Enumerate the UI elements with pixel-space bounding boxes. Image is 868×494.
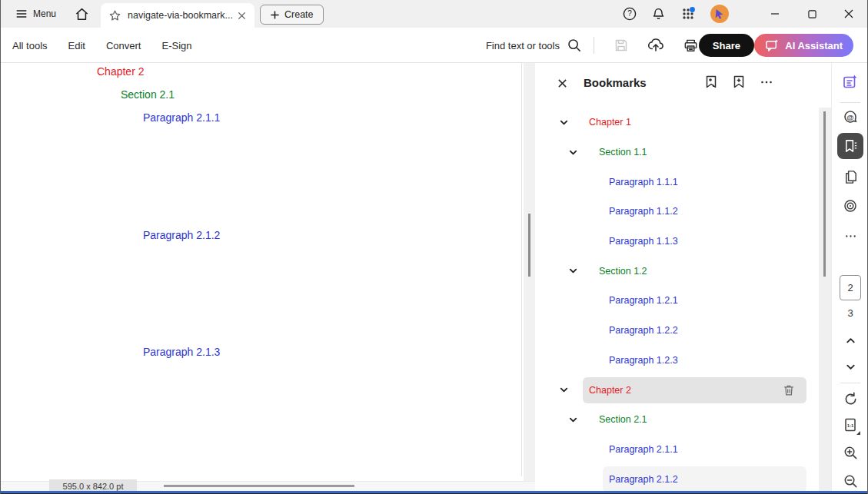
bookmark-item-section-1-1[interactable]: Section 1.1 bbox=[535, 138, 831, 167]
current-page-indicator[interactable]: 2 bbox=[840, 275, 861, 300]
chevron-down-icon[interactable] bbox=[557, 116, 570, 128]
horizontal-scrollbar-thumb[interactable] bbox=[164, 485, 354, 487]
menu-label: Menu bbox=[33, 8, 56, 19]
title-bar: Menu navigate-via-bookmark... Create ? bbox=[1, 0, 867, 28]
bookmarks-panel: Bookmarks Chapter 1 Section 1.1 bbox=[535, 63, 831, 494]
trash-icon[interactable] bbox=[782, 383, 796, 397]
cloud-upload-icon bbox=[647, 37, 664, 54]
bookmark-item-paragraph-1-2-1[interactable]: Paragraph 1.2.1 bbox=[535, 286, 831, 316]
document-area: Chapter 2 Section 2.1 Paragraph 2.1.1 Pa… bbox=[1, 63, 535, 494]
ai-assistant-button[interactable]: AI Assistant bbox=[754, 34, 853, 57]
bookmark-item-paragraph-2-1-2[interactable]: Paragraph 2.1.2 bbox=[535, 464, 831, 494]
help-button[interactable]: ? bbox=[622, 6, 637, 22]
zoom-out-button[interactable] bbox=[837, 468, 863, 494]
bookmark-item-paragraph-2-1-1[interactable]: Paragraph 2.1.1 bbox=[535, 435, 831, 465]
previous-page-button[interactable] bbox=[837, 330, 863, 350]
maximize-icon bbox=[808, 10, 816, 18]
pdf-page[interactable]: Chapter 2 Section 2.1 Paragraph 2.1.1 Pa… bbox=[47, 63, 522, 476]
zoom-in-icon bbox=[843, 445, 859, 461]
svg-text:?: ? bbox=[627, 9, 632, 18]
bookmark-item-paragraph-1-2-2[interactable]: Paragraph 1.2.2 bbox=[535, 316, 831, 346]
find-text-button[interactable]: Find text or tools bbox=[486, 28, 582, 63]
home-button[interactable] bbox=[64, 0, 100, 28]
ellipsis-icon bbox=[844, 230, 857, 243]
bookmarks-tool-button[interactable] bbox=[837, 133, 863, 159]
panel-title: Bookmarks bbox=[584, 76, 647, 89]
apps-grid-icon bbox=[680, 5, 697, 22]
hamburger-icon bbox=[15, 7, 28, 21]
notifications-button[interactable] bbox=[651, 7, 666, 22]
rotate-page-button[interactable] bbox=[837, 386, 863, 412]
printer-icon bbox=[683, 38, 699, 54]
chevron-down-icon[interactable] bbox=[567, 265, 579, 277]
save-icon bbox=[614, 38, 629, 53]
home-icon bbox=[75, 7, 89, 22]
menu-convert[interactable]: Convert bbox=[106, 40, 141, 51]
acrobat-window: Menu navigate-via-bookmark... Create ? bbox=[0, 0, 868, 494]
expand-current-bookmark-button[interactable] bbox=[703, 74, 720, 91]
bookmark-item-section-1-2[interactable]: Section 1.2 bbox=[535, 256, 831, 286]
add-bookmark-button[interactable] bbox=[730, 74, 747, 91]
document-vertical-scrollbar[interactable] bbox=[524, 63, 535, 482]
close-icon bbox=[557, 78, 567, 88]
vertical-scrollbar-thumb[interactable] bbox=[528, 214, 530, 277]
doc-paragraph-2-1-3: Paragraph 2.1.3 bbox=[143, 346, 220, 358]
doc-paragraph-2-1-2: Paragraph 2.1.2 bbox=[143, 229, 220, 241]
document-tab[interactable]: navigate-via-bookmark... bbox=[101, 3, 254, 28]
bookmark-options-button[interactable] bbox=[758, 74, 775, 91]
bookmark-list-icon bbox=[843, 138, 859, 154]
upload-cloud-button[interactable] bbox=[647, 37, 664, 54]
destinations-tool-button[interactable] bbox=[837, 193, 863, 219]
star-icon bbox=[108, 9, 121, 22]
chevron-down-icon[interactable] bbox=[567, 146, 579, 158]
profile-avatar[interactable] bbox=[710, 5, 729, 23]
bookmark-item-paragraph-1-1-3[interactable]: Paragraph 1.1.3 bbox=[535, 227, 831, 257]
bookmark-item-section-2-1[interactable]: Section 2.1 bbox=[535, 405, 831, 435]
next-page-number[interactable]: 3 bbox=[832, 307, 868, 319]
ai-summary-tool-button[interactable] bbox=[837, 69, 863, 95]
pages-copy-icon bbox=[843, 169, 859, 185]
svg-text:@: @ bbox=[846, 113, 853, 121]
print-button[interactable] bbox=[683, 38, 699, 54]
app-launcher-button[interactable] bbox=[680, 5, 697, 22]
plus-icon bbox=[270, 10, 280, 20]
tab-close-button[interactable] bbox=[234, 8, 248, 22]
bookmarks-scrollbar-thumb[interactable] bbox=[823, 111, 826, 277]
create-button[interactable]: Create bbox=[260, 5, 324, 25]
bookmark-item-chapter-2[interactable]: Chapter 2 bbox=[535, 375, 831, 405]
close-panel-button[interactable] bbox=[555, 76, 569, 90]
close-window-button[interactable] bbox=[830, 0, 867, 28]
bookmarks-scrollbar[interactable] bbox=[819, 108, 831, 494]
menu-esign[interactable]: E-Sign bbox=[161, 40, 191, 51]
maximize-button[interactable] bbox=[793, 0, 830, 28]
comments-tool-button[interactable]: @ bbox=[837, 104, 863, 130]
bookmark-item-paragraph-1-1-2[interactable]: Paragraph 1.1.2 bbox=[535, 197, 831, 227]
chevron-down-icon[interactable] bbox=[557, 384, 570, 396]
bookmark-item-paragraph-1-1-1[interactable]: Paragraph 1.1.1 bbox=[535, 167, 831, 197]
actual-size-icon: 1:1 bbox=[843, 417, 858, 433]
next-page-button[interactable] bbox=[837, 356, 863, 376]
bookmarks-panel-header: Bookmarks bbox=[535, 63, 831, 103]
close-icon bbox=[238, 12, 246, 20]
close-icon bbox=[844, 9, 853, 18]
chevron-down-icon[interactable] bbox=[567, 413, 579, 426]
ellipsis-icon bbox=[760, 75, 773, 89]
bookmark-add-icon bbox=[731, 75, 747, 90]
share-label: Share bbox=[713, 40, 740, 51]
menu-edit[interactable]: Edit bbox=[68, 40, 85, 51]
bookmark-item-paragraph-1-2-3[interactable]: Paragraph 1.2.3 bbox=[535, 346, 831, 376]
minimize-button[interactable] bbox=[757, 0, 793, 28]
help-icon: ? bbox=[622, 6, 637, 22]
zoom-in-button[interactable] bbox=[837, 439, 863, 466]
actual-size-button[interactable]: 1:1 bbox=[837, 412, 863, 438]
menu-button[interactable]: Menu bbox=[1, 0, 64, 28]
menu-all-tools[interactable]: All tools bbox=[12, 40, 48, 51]
more-panels-button[interactable] bbox=[837, 223, 863, 249]
save-button[interactable] bbox=[614, 38, 629, 53]
tab-title: navigate-via-bookmark... bbox=[128, 10, 234, 21]
right-tools-rail: @ 2 3 1:1 bbox=[831, 63, 868, 494]
avatar-cursor-icon bbox=[714, 8, 725, 19]
page-thumbnails-tool-button[interactable] bbox=[837, 164, 863, 190]
share-button[interactable]: Share bbox=[699, 34, 754, 57]
bookmark-item-chapter-1[interactable]: Chapter 1 bbox=[535, 108, 831, 138]
